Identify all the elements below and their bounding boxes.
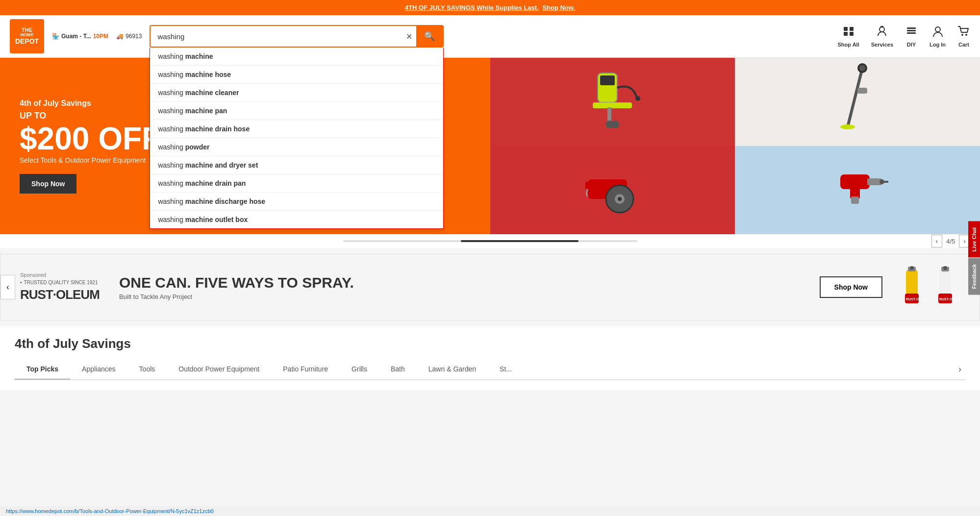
dropdown-item-8[interactable]: washing machine discharge hose	[150, 193, 443, 211]
ad-content: ONE CAN. FIVE WAYS TO SPRAY. Built to Ta…	[119, 274, 805, 300]
store-time: 10PM	[93, 33, 108, 40]
ad-headline: ONE CAN. FIVE WAYS TO SPRAY.	[119, 274, 805, 291]
services-icon	[876, 25, 888, 41]
shop-all-label: Shop All	[838, 42, 859, 48]
dropdown-item-4[interactable]: washing machine drain hose	[150, 120, 443, 138]
banner-link[interactable]: Shop Now.	[542, 4, 575, 11]
ad-subtext: Built to Tackle Any Project	[119, 293, 805, 300]
services-label: Services	[871, 42, 893, 48]
tab-bath[interactable]: Bath	[379, 359, 417, 380]
store-name: Guam - T...	[61, 33, 91, 40]
location[interactable]: 🏪 Guam - T... 10PM	[52, 33, 108, 40]
live-chat-tab[interactable]: Live Chat	[968, 221, 980, 257]
zip-area[interactable]: 🚚 96913	[116, 33, 142, 40]
dropdown-item-6[interactable]: washing machine and dryer set	[150, 156, 443, 174]
svg-rect-1	[850, 27, 854, 31]
svg-point-37	[910, 266, 914, 270]
dropdown-item-2[interactable]: washing machine cleaner	[150, 84, 443, 102]
svg-rect-7	[907, 32, 916, 34]
tabs-next-button[interactable]: ›	[955, 360, 965, 378]
ad-shop-now-button[interactable]: Shop Now	[820, 276, 882, 298]
hero-section: 4th of July Savings UP TO $200 OFF Selec…	[0, 58, 980, 234]
tab-outdoor-power[interactable]: Outdoor Power Equipment	[167, 359, 271, 380]
search-input[interactable]	[151, 27, 402, 46]
ad-banner: ‹ Sponsored TRUSTED QUALITY SINCE 1921 R…	[0, 254, 980, 320]
hero-product-3	[490, 146, 735, 234]
tab-patio-furniture[interactable]: Patio Furniture	[271, 359, 340, 380]
carousel-controls: ‹ 4/5 ›	[0, 234, 980, 248]
live-chat-sidebar: Live Chat Feedback	[968, 221, 980, 295]
svg-line-19	[848, 68, 862, 127]
dropdown-item-7[interactable]: washing machine drain pan	[150, 174, 443, 193]
shop-all-icon	[842, 25, 855, 41]
tab-appliances[interactable]: Appliances	[70, 359, 127, 380]
svg-point-42	[943, 266, 947, 270]
tab-top-picks[interactable]: Top Picks	[15, 359, 70, 380]
svg-rect-23	[857, 88, 867, 94]
truck-icon: 🚚	[116, 33, 124, 40]
feedback-tab[interactable]: Feedback	[968, 258, 980, 295]
ad-prev-button[interactable]: ‹	[0, 275, 15, 299]
hero-shop-now-button[interactable]: Shop Now	[20, 174, 76, 194]
header: THE HOME DEPOT 🏪 Guam - T... 10PM 🚚 9691…	[0, 15, 980, 58]
svg-point-22	[840, 124, 855, 129]
circular-saw-icon	[583, 160, 642, 221]
svg-rect-2	[844, 32, 848, 36]
ad-trusted-text: TRUSTED QUALITY SINCE 1921	[20, 280, 100, 285]
logo[interactable]: THE HOME DEPOT	[10, 19, 44, 53]
diy-icon	[905, 25, 918, 41]
svg-rect-40	[939, 269, 951, 296]
search-dropdown: washing machine washing machine hose was…	[150, 48, 444, 229]
shop-all-nav[interactable]: Shop All	[838, 25, 859, 48]
carousel-bar	[343, 240, 637, 242]
ad-sponsored-label: Sponsored	[20, 272, 100, 278]
login-icon	[931, 25, 944, 41]
dropdown-item-5[interactable]: washing powder	[150, 138, 443, 156]
svg-rect-32	[851, 197, 859, 204]
search-clear-button[interactable]: ✕	[402, 28, 416, 45]
tab-tools[interactable]: Tools	[127, 359, 167, 380]
svg-rect-15	[607, 107, 611, 122]
svg-point-17	[611, 121, 619, 128]
svg-rect-0	[844, 27, 848, 31]
search-bar: ✕ 🔍	[150, 25, 444, 48]
dropdown-item-9[interactable]: washing machine outlet box	[150, 211, 443, 228]
diy-nav[interactable]: DIY	[905, 25, 918, 48]
spray-can-2: RUST-OLEUM	[930, 264, 960, 310]
tab-storage[interactable]: St...	[488, 359, 524, 380]
dropdown-item-1[interactable]: washing machine hose	[150, 66, 443, 84]
dropdown-item-3[interactable]: washing machine pan	[150, 102, 443, 120]
svg-point-27	[618, 197, 622, 201]
services-nav[interactable]: Services	[871, 25, 893, 48]
top-banner: 4TH OF JULY SAVINGS While Supplies Last.…	[0, 0, 980, 15]
zip-code: 96913	[126, 33, 142, 40]
svg-rect-8	[907, 27, 916, 29]
svg-rect-14	[593, 102, 632, 108]
dropdown-item-0[interactable]: washing machine	[150, 48, 443, 66]
hero-product-1	[490, 58, 735, 146]
rustoleum-logo: RUST·OLEUM	[20, 287, 100, 302]
login-nav[interactable]: Log In	[930, 25, 946, 48]
hero-product-4	[735, 146, 980, 234]
cart-nav[interactable]: Cart	[957, 25, 970, 48]
tab-lawn-garden[interactable]: Lawn & Garden	[417, 359, 488, 380]
svg-point-10	[961, 34, 963, 36]
search-submit-button[interactable]: 🔍	[416, 26, 443, 47]
carousel-nav: ‹ 4/5 ›	[931, 235, 970, 247]
drill-icon	[826, 160, 889, 221]
july-savings-section: 4th of July Savings Top Picks Appliances…	[0, 326, 980, 390]
svg-rect-28	[585, 182, 595, 189]
tab-grills[interactable]: Grills	[340, 359, 379, 380]
carousel-bar-fill	[461, 240, 578, 242]
search-wrapper: ✕ 🔍 washing machine washing machine hose…	[150, 25, 444, 48]
carousel-prev-button[interactable]: ‹	[931, 235, 943, 247]
hero-products	[490, 58, 980, 234]
svg-rect-6	[907, 30, 916, 31]
svg-text:RUST-OLEUM: RUST-OLEUM	[939, 297, 960, 301]
store-icon: 🏪	[52, 33, 59, 40]
search-icon: 🔍	[424, 31, 435, 41]
carousel-counter: 4/5	[946, 238, 955, 245]
nav-icons: Shop All Services DIY	[838, 25, 970, 48]
ad-product-images: RUST-OLEUM RUST-OLEUM	[897, 264, 960, 310]
svg-rect-13	[600, 75, 615, 85]
